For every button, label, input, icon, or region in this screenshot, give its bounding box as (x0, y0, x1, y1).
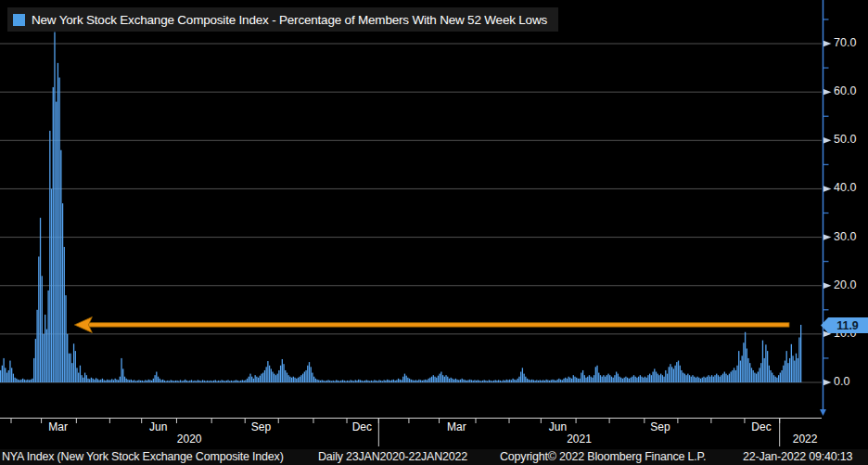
chart-legend[interactable]: New York Stock Exchange Composite Index … (7, 7, 558, 32)
y-axis-label: 50.0 (834, 134, 856, 146)
x-axis-year-label: 2021 (561, 433, 598, 446)
chart-title: New York Stock Exchange Composite Index … (32, 13, 547, 27)
y-axis-label: 70.0 (834, 37, 856, 49)
y-axis-label: 40.0 (834, 182, 856, 194)
status-bar: NYA Index (New York Stock Exchange Compo… (0, 449, 868, 465)
x-axis-month-label: Dec (745, 421, 778, 433)
timestamp-label: 22-Jan-2022 09:40:13 (743, 450, 852, 463)
bloomberg-chart-window: 0.010.020.030.040.050.060.070.0MarJunSep… (0, 0, 868, 465)
date-range-label: Daily 23JAN2020-22JAN2022 (318, 450, 467, 463)
x-axis-year-label: 2020 (171, 433, 208, 446)
x-axis-year-label: 2022 (786, 433, 823, 446)
x-axis-month-label: Dec (345, 421, 378, 433)
security-description: NYA Index (New York Stock Exchange Compo… (2, 450, 284, 463)
y-axis-label: 30.0 (834, 231, 856, 243)
x-axis-month-label: Sep (244, 421, 277, 433)
copyright-label: Copyright© 2022 Bloomberg Finance L.P. (500, 450, 706, 463)
y-axis-label: 0.0 (834, 376, 849, 388)
x-axis-month-label: Sep (644, 421, 677, 433)
x-axis-month-label: Jun (142, 421, 175, 433)
last-value-axis-tag: 11.9 (821, 317, 868, 333)
legend-marker-icon (13, 14, 25, 26)
y-axis-label: 20.0 (834, 279, 856, 291)
x-axis-month-label: Mar (440, 421, 473, 433)
axis-labels-layer: 0.010.020.030.040.050.060.070.0MarJunSep… (0, 0, 868, 465)
x-axis-month-label: Mar (42, 421, 75, 433)
y-axis-label: 60.0 (834, 85, 856, 97)
